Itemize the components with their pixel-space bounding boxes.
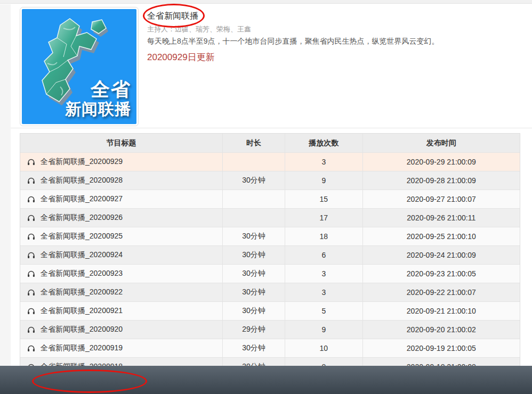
episode-duration: 30分钟	[222, 302, 285, 321]
headphones-icon	[27, 177, 35, 184]
headphones-icon	[27, 214, 35, 221]
episode-published: 2020-09-22 21:00:07	[362, 283, 520, 302]
episode-row[interactable]: 全省新闻联播_20200924 30分钟 6 2020-09-24 21:00:…	[20, 245, 520, 264]
album-cover-card: 全省 新闻联播	[20, 7, 139, 126]
episode-published: 2020-09-28 21:00:09	[362, 171, 520, 190]
episode-row[interactable]: 全省新闻联播_20200926 17 2020-09-26 21:00:11	[20, 208, 520, 227]
episode-plays: 5	[285, 302, 362, 321]
episode-duration: 30分钟	[222, 339, 285, 358]
episode-table-body: 全省新闻联播_20200929 3 2020-09-29 21:00:09 全省…	[20, 152, 520, 376]
header-duration: 时长	[222, 134, 285, 152]
episode-title: 全省新闻联播_20200924	[41, 250, 123, 260]
headphones-icon	[27, 289, 35, 296]
headphones-icon	[27, 270, 35, 277]
episode-title-cell: 全省新闻联播_20200926	[20, 209, 222, 227]
episode-title: 全省新闻联播_20200923	[41, 269, 123, 278]
episode-duration	[222, 190, 285, 209]
episode-plays: 9	[285, 321, 362, 339]
headphones-icon	[27, 326, 35, 333]
episode-row[interactable]: 全省新闻联播_20200923 30分钟 3 2020-09-23 21:00:…	[20, 264, 520, 283]
episode-published: 2020-09-20 21:00:02	[362, 321, 520, 339]
episode-title: 全省新闻联播_20200920	[41, 325, 123, 334]
cover-line1: 全省	[65, 79, 131, 100]
episode-duration	[222, 153, 285, 171]
episode-title: 全省新闻联播_20200925	[41, 232, 123, 241]
cover-line2: 新闻联播	[65, 100, 131, 118]
header-title: 节目标题	[20, 134, 222, 152]
episode-published: 2020-09-23 21:00:05	[362, 265, 520, 283]
episode-plays: 6	[285, 246, 362, 265]
episode-title: 全省新闻联播_20200927	[41, 194, 123, 204]
episode-duration: 30分钟	[222, 227, 285, 246]
episode-title: 全省新闻联播_20200928	[41, 176, 123, 185]
episode-plays: 17	[285, 209, 362, 227]
header-published: 发布时间	[362, 134, 520, 152]
album-cover-image: 全省 新闻联播	[22, 9, 136, 124]
episode-published: 2020-09-24 21:00:09	[362, 246, 520, 265]
left-margin-strip	[0, 4, 11, 366]
player-bar: 即听 全省新闻联播_20200929 17:27 / 30:08	[0, 366, 532, 394]
show-title: 全省新闻联播	[147, 11, 198, 22]
episode-duration: 30分钟	[222, 265, 285, 283]
episode-title: 全省新闻联播_20200922	[41, 288, 123, 297]
header-plays: 播放次数	[285, 134, 362, 152]
episode-title-cell: 全省新闻联播_20200928	[20, 171, 222, 190]
headphones-icon	[27, 307, 35, 315]
cover-title-text: 全省 新闻联播	[65, 79, 131, 118]
episode-duration: 29分钟	[222, 321, 285, 339]
episode-row[interactable]: 全省新闻联播_20200921 30分钟 5 2020-09-21 21:00:…	[20, 301, 520, 320]
episode-title-cell: 全省新闻联播_20200923	[20, 265, 222, 283]
episode-published: 2020-09-29 21:00:09	[362, 153, 520, 171]
headphones-icon	[27, 233, 35, 240]
headphones-icon	[27, 344, 35, 352]
episode-duration: 30分钟	[222, 283, 285, 302]
episode-title-cell: 全省新闻联播_20200924	[20, 246, 222, 265]
episode-title: 全省新闻联播_20200926	[41, 213, 123, 223]
episode-plays: 3	[285, 283, 362, 302]
episode-title-cell: 全省新闻联播_20200921	[20, 302, 222, 321]
episode-title-cell: 全省新闻联播_20200927	[20, 190, 222, 209]
episode-title: 全省新闻联播_20200921	[41, 306, 123, 316]
episode-published: 2020-09-21 21:00:10	[362, 302, 520, 321]
episode-row[interactable]: 全省新闻联播_20200922 30分钟 3 2020-09-22 21:00:…	[20, 283, 520, 301]
episode-row[interactable]: 全省新闻联播_20200920 29分钟 9 2020-09-20 21:00:…	[20, 320, 520, 339]
episode-duration: 30分钟	[222, 171, 285, 190]
episode-published: 2020-09-26 21:00:11	[362, 209, 520, 227]
page: 全省 新闻联播 全省新闻联播 主持人：边疆、瑞芳、荣梅、王鑫 每天晚上8点半至9…	[0, 0, 532, 394]
episode-title: 全省新闻联播_20200919	[41, 343, 123, 353]
show-description: 每天晚上8点半至9点，十一个地市台同步直播，聚焦省内民生热点，纵览世界风云变幻。	[147, 37, 439, 46]
episode-published: 2020-09-25 21:00:10	[362, 227, 520, 246]
episode-plays: 3	[285, 265, 362, 283]
episode-row[interactable]: 全省新闻联播_20200929 3 2020-09-29 21:00:09	[20, 152, 520, 171]
episode-published: 2020-09-19 21:00:05	[362, 339, 520, 358]
top-strip	[0, 0, 532, 4]
episode-row[interactable]: 全省新闻联播_20200919 30分钟 10 2020-09-19 21:00…	[20, 339, 520, 357]
episode-published: 2020-09-27 21:00:07	[362, 190, 520, 209]
episode-row[interactable]: 全省新闻联播_20200925 30分钟 18 2020-09-25 21:00…	[20, 227, 520, 245]
episode-duration	[222, 209, 285, 227]
episode-title-cell: 全省新闻联播_20200925	[20, 227, 222, 246]
episode-table-header: 节目标题 时长 播放次数 发布时间	[20, 134, 520, 152]
episode-row[interactable]: 全省新闻联播_20200928 30分钟 9 2020-09-28 21:00:…	[20, 171, 520, 190]
headphones-icon	[27, 251, 35, 259]
episode-title-cell: 全省新闻联播_20200929	[20, 153, 222, 171]
episode-table: 节目标题 时长 播放次数 发布时间 全省新闻联播_20200929 3 2020…	[20, 133, 520, 376]
episode-plays: 3	[285, 153, 362, 171]
headphones-icon	[27, 195, 35, 203]
episode-title-cell: 全省新闻联播_20200922	[20, 283, 222, 302]
show-hosts: 主持人：边疆、瑞芳、荣梅、王鑫	[147, 24, 251, 34]
episode-title-cell: 全省新闻联播_20200919	[20, 339, 222, 358]
episode-plays: 10	[285, 339, 362, 358]
show-update-date: 20200929日更新	[147, 51, 215, 63]
section-divider	[11, 128, 532, 128]
episode-plays: 15	[285, 190, 362, 209]
episode-plays: 18	[285, 227, 362, 246]
episode-duration: 30分钟	[222, 246, 285, 265]
episode-title: 全省新闻联播_20200929	[41, 157, 123, 167]
episode-plays: 9	[285, 171, 362, 190]
episode-title-cell: 全省新闻联播_20200920	[20, 321, 222, 339]
headphones-icon	[27, 158, 35, 166]
episode-row[interactable]: 全省新闻联播_20200927 15 2020-09-27 21:00:07	[20, 190, 520, 208]
